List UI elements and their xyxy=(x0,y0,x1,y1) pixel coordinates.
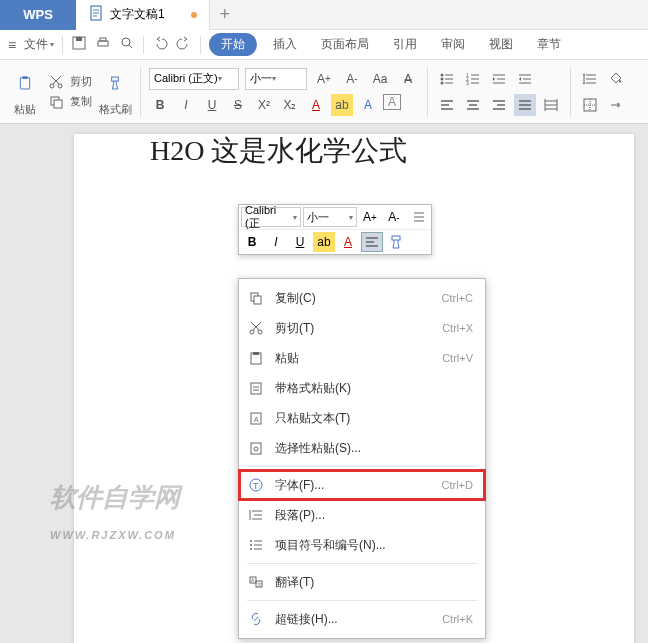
tab-marker-icon[interactable] xyxy=(605,94,627,116)
copy-button[interactable]: 复制 xyxy=(48,94,92,110)
ctx-paste-special[interactable]: 选择性粘贴(S)... xyxy=(239,433,485,463)
svg-text:A: A xyxy=(254,416,259,423)
paste-format-icon xyxy=(247,379,265,397)
copy-icon xyxy=(247,289,265,307)
mini-bold-button[interactable]: B xyxy=(241,232,263,252)
mini-align-icon[interactable] xyxy=(361,232,383,252)
mini-shrink-font-icon[interactable]: A- xyxy=(383,207,405,227)
mini-underline-button[interactable]: U xyxy=(289,232,311,252)
qa-undo-icon[interactable] xyxy=(152,35,168,54)
ctx-translate[interactable]: A文 翻译(T) xyxy=(239,567,485,597)
italic-button[interactable]: I xyxy=(175,94,197,116)
qa-preview-icon[interactable] xyxy=(119,35,135,54)
qa-redo-icon[interactable] xyxy=(176,35,192,54)
cut-button[interactable]: 剪切 xyxy=(48,74,92,90)
underline-button[interactable]: U xyxy=(201,94,223,116)
tab-review[interactable]: 审阅 xyxy=(433,32,473,57)
distribute-icon[interactable] xyxy=(540,94,562,116)
mini-italic-button[interactable]: I xyxy=(265,232,287,252)
ctx-paragraph[interactable]: 段落(P)... xyxy=(239,500,485,530)
ctx-paste[interactable]: 粘贴Ctrl+V xyxy=(239,343,485,373)
align-justify-icon[interactable] xyxy=(514,94,536,116)
hamburger-icon[interactable]: ≡ xyxy=(8,37,16,53)
paragraph-icon xyxy=(247,506,265,524)
document-text[interactable]: H2O 这是水化学公式 xyxy=(150,132,407,170)
align-left-icon[interactable] xyxy=(436,94,458,116)
numbering-icon[interactable]: 123 xyxy=(462,68,484,90)
mini-grow-font-icon[interactable]: A+ xyxy=(359,207,381,227)
subscript-button[interactable]: X₂ xyxy=(279,94,301,116)
line-spacing-icon[interactable] xyxy=(579,68,601,90)
tab-chapter[interactable]: 章节 xyxy=(529,32,569,57)
format-painter-button[interactable]: 格式刷 xyxy=(98,66,132,117)
bullets-list-icon xyxy=(247,536,265,554)
align-center-icon[interactable] xyxy=(462,94,484,116)
divider xyxy=(570,67,571,117)
qa-save-icon[interactable] xyxy=(71,35,87,54)
tab-reference[interactable]: 引用 xyxy=(385,32,425,57)
superscript-button[interactable]: X² xyxy=(253,94,275,116)
ctx-hyperlink[interactable]: 超链接(H)...Ctrl+K xyxy=(239,604,485,634)
ctx-paste-format[interactable]: 带格式粘贴(K) xyxy=(239,373,485,403)
context-menu: 复制(C)Ctrl+C 剪切(T)Ctrl+X 粘贴Ctrl+V 带格式粘贴(K… xyxy=(238,278,486,639)
highlight-button[interactable]: ab xyxy=(331,94,353,116)
qa-print-icon[interactable] xyxy=(95,35,111,54)
watermark: 软件自学网 WWW.RJZXW.COM xyxy=(50,480,180,546)
cut-icon xyxy=(247,319,265,337)
document-tab[interactable]: 文字文稿1 xyxy=(76,0,210,30)
mini-toolbar: Calibri (正▾ 小一▾ A+ A- B I U ab A xyxy=(238,204,432,255)
file-menu[interactable]: 文件▾ xyxy=(24,36,54,53)
svg-rect-2 xyxy=(76,37,82,41)
mini-format-painter-icon[interactable] xyxy=(385,232,407,252)
bullets-icon[interactable] xyxy=(436,68,458,90)
text-effect-button[interactable]: A xyxy=(357,94,379,116)
divider xyxy=(62,36,63,54)
separator xyxy=(247,563,477,564)
tab-view[interactable]: 视图 xyxy=(481,32,521,57)
paste-special-icon xyxy=(247,439,265,457)
svg-rect-22 xyxy=(254,296,261,304)
ctx-paste-text[interactable]: A 只粘贴文本(T) xyxy=(239,403,485,433)
ctx-cut[interactable]: 剪切(T)Ctrl+X xyxy=(239,313,485,343)
svg-point-13 xyxy=(441,73,444,76)
svg-rect-20 xyxy=(392,236,400,240)
titlebar: WPS 文字文稿1 + xyxy=(0,0,648,30)
decrease-indent-icon[interactable] xyxy=(488,68,510,90)
font-color-button[interactable]: A xyxy=(305,94,327,116)
mini-line-spacing-icon[interactable] xyxy=(407,207,429,227)
shrink-font-icon[interactable]: A- xyxy=(341,68,363,90)
font-name-combo[interactable]: Calibri (正文)▾ xyxy=(149,68,239,90)
tab-title: 文字文稿1 xyxy=(110,6,165,23)
ctx-copy[interactable]: 复制(C)Ctrl+C xyxy=(239,283,485,313)
ctx-font[interactable]: T 字体(F)...Ctrl+D xyxy=(239,470,485,500)
grow-font-icon[interactable]: A+ xyxy=(313,68,335,90)
translate-icon: A文 xyxy=(247,573,265,591)
svg-text:T: T xyxy=(253,481,259,491)
align-right-icon[interactable] xyxy=(488,94,510,116)
tab-start[interactable]: 开始 xyxy=(209,33,257,56)
font-size-combo[interactable]: 小一▾ xyxy=(245,68,307,90)
svg-text:3: 3 xyxy=(466,80,469,86)
divider xyxy=(143,36,144,54)
char-border-button[interactable]: A xyxy=(383,94,401,110)
mini-font-combo[interactable]: Calibri (正▾ xyxy=(241,207,301,227)
mini-highlight-icon[interactable]: ab xyxy=(313,232,335,252)
modified-indicator-icon xyxy=(191,12,197,18)
paste-button[interactable]: 粘贴 xyxy=(8,66,42,117)
shading-icon[interactable] xyxy=(605,68,627,90)
strike-button[interactable]: S xyxy=(227,94,249,116)
tab-layout[interactable]: 页面布局 xyxy=(313,32,377,57)
mini-size-combo[interactable]: 小一▾ xyxy=(303,207,357,227)
clear-format-icon[interactable]: A̶ xyxy=(397,68,419,90)
change-case-icon[interactable]: Aa xyxy=(369,68,391,90)
add-tab-button[interactable]: + xyxy=(210,0,240,30)
mini-font-color-icon[interactable]: A xyxy=(337,232,359,252)
borders-icon[interactable] xyxy=(579,94,601,116)
ctx-bullets[interactable]: 项目符号和编号(N)... xyxy=(239,530,485,560)
divider xyxy=(427,67,428,117)
tab-insert[interactable]: 插入 xyxy=(265,32,305,57)
svg-point-23 xyxy=(250,330,254,334)
svg-point-24 xyxy=(258,330,262,334)
bold-button[interactable]: B xyxy=(149,94,171,116)
increase-indent-icon[interactable] xyxy=(514,68,536,90)
